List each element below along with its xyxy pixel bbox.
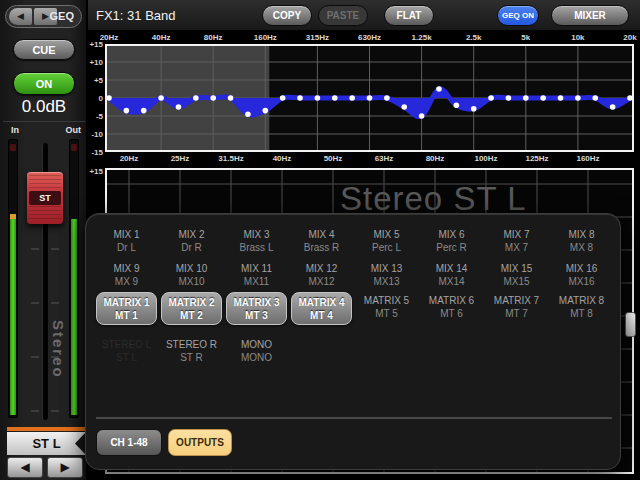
channel-select-matrix-7[interactable]: MATRIX 7MT 7 — [484, 294, 549, 324]
channel-select-tag: MT 3 — [227, 309, 286, 322]
channel-select-tag: Perc R — [419, 241, 484, 254]
freq-tick-label: 40Hz — [152, 33, 171, 42]
channel-select-mix-11[interactable]: MIX 11MX11 — [224, 262, 289, 292]
zoom-tick-label: 25Hz — [171, 154, 190, 163]
fader-cap-label: ST — [29, 191, 61, 205]
geq-title: FX1: 31 Band — [96, 8, 176, 23]
channel-select-mix-4[interactable]: MIX 4Brass R — [289, 228, 354, 258]
channel-select-mix-6[interactable]: MIX 6Perc R — [419, 228, 484, 258]
band-fader-cap[interactable] — [625, 312, 636, 337]
channel-select-matrix-3[interactable]: MATRIX 3MT 3 — [226, 292, 287, 325]
channel-select-mix-7[interactable]: MIX 7MX 7 — [484, 228, 549, 258]
fader-scale-tick — [51, 248, 59, 250]
fader-scale-tick — [31, 302, 39, 304]
freq-tick-label: 20k — [623, 33, 636, 42]
channel-select-tag: MX14 — [419, 275, 484, 288]
clip-led-icon — [71, 144, 77, 151]
fader-scale-tick — [31, 248, 39, 250]
fader-scale-tick — [51, 302, 59, 304]
channel-strip-sidebar: ◀ ▶ GEQ CUE ON 0.0dB In Out ST — [0, 0, 88, 480]
channel-select-name: MIX 4 — [289, 228, 354, 241]
channel-select-mix-14[interactable]: MIX 14MX14 — [419, 262, 484, 292]
freq-tick-label: 10k — [571, 33, 584, 42]
channel-select-tag: MX16 — [549, 275, 614, 288]
channel-select-matrix-1[interactable]: MATRIX 1MT 1 — [96, 292, 157, 325]
on-button[interactable]: ON — [13, 72, 75, 95]
channel-select-tag: MX 7 — [484, 241, 549, 254]
freq-tick-label: 2.5k — [466, 33, 482, 42]
channel-select-mix-13[interactable]: MIX 13MX13 — [354, 262, 419, 292]
tab-ch-1-48[interactable]: CH 1-48 — [96, 429, 162, 456]
channel-select-tag: MX13 — [354, 275, 419, 288]
channel-select-mix-10[interactable]: MIX 10MX10 — [159, 262, 224, 292]
zoom-gain-top-label: +15 — [86, 167, 103, 176]
zoom-tick-label: 31.5Hz — [218, 154, 243, 163]
channel-select-matrix-6[interactable]: MATRIX 6MT 6 — [419, 294, 484, 324]
channel-select-name: MIX 11 — [224, 262, 289, 275]
channel-select-mix-1[interactable]: MIX 1Dr L — [94, 228, 159, 258]
clip-led-icon — [10, 144, 16, 151]
zoom-tick-label: 160Hz — [576, 154, 599, 163]
channel-fader-cap[interactable]: ST — [27, 172, 63, 224]
channel-select-matrix-2[interactable]: MATRIX 2MT 2 — [161, 292, 222, 325]
channel-select-name: STEREO R — [159, 338, 224, 351]
channel-select-matrix-4[interactable]: MATRIX 4MT 4 — [291, 292, 352, 325]
channel-select-tag: MX12 — [289, 275, 354, 288]
gain-tick-label: +5 — [79, 76, 103, 85]
gain-tick-label: +15 — [79, 40, 103, 49]
channel-select-mono[interactable]: MONOMONO — [224, 338, 289, 368]
channel-select-mix-3[interactable]: MIX 3Brass L — [224, 228, 289, 258]
channel-select-name: MIX 13 — [354, 262, 419, 275]
nav-prev-arrow-icon[interactable]: ◀ — [9, 8, 32, 25]
freq-tick-label: 80Hz — [204, 33, 223, 42]
cue-button[interactable]: CUE — [13, 39, 75, 60]
channel-select-tag: MT 7 — [484, 307, 549, 320]
channel-select-mix-9[interactable]: MIX 9MX 9 — [94, 262, 159, 292]
channel-select-tag: Dr L — [94, 241, 159, 254]
tab-outputs[interactable]: OUTPUTS — [168, 429, 232, 456]
prev-channel-button[interactable]: ◀ — [7, 457, 43, 478]
geq-on-button[interactable]: GEQ ON — [497, 5, 539, 26]
mixer-button[interactable]: MIXER — [551, 5, 629, 26]
channel-select-name: MIX 5 — [354, 228, 419, 241]
zoom-tick-label: 63Hz — [375, 154, 394, 163]
geq-overview-graph[interactable] — [105, 44, 634, 156]
channel-select-stereo-l[interactable]: STEREO LST L — [94, 338, 159, 368]
channel-select-tag: MT 4 — [292, 309, 351, 322]
channel-select-name: MIX 16 — [549, 262, 614, 275]
gain-tick-label: -15 — [79, 148, 103, 157]
copy-button[interactable]: COPY — [262, 5, 312, 26]
geq-editor-screen: ◀ ▶ GEQ CUE ON 0.0dB In Out ST — [0, 0, 640, 480]
channel-select-tag: Perc L — [354, 241, 419, 254]
channel-select-tag: MX15 — [484, 275, 549, 288]
geq-nav-control: ◀ ▶ GEQ — [5, 5, 82, 28]
channel-select-tag: Brass L — [224, 241, 289, 254]
fader-cap-ridges — [29, 175, 61, 190]
channel-select-mix-15[interactable]: MIX 15MX15 — [484, 262, 549, 292]
fader-scale-tick — [31, 356, 39, 358]
next-channel-button[interactable]: ▶ — [47, 457, 83, 478]
channel-select-name: MATRIX 2 — [162, 296, 221, 309]
channel-select-name: MATRIX 1 — [97, 296, 156, 309]
channel-select-matrix-8[interactable]: MATRIX 8MT 8 — [549, 294, 614, 324]
channel-select-mix-12[interactable]: MIX 12MX12 — [289, 262, 354, 292]
channel-select-stereo-r[interactable]: STEREO RST R — [159, 338, 224, 368]
channel-select-mix-5[interactable]: MIX 5Perc L — [354, 228, 419, 258]
flat-button[interactable]: FLAT — [384, 5, 434, 26]
channel-select-matrix-5[interactable]: MATRIX 5MT 5 — [354, 294, 419, 324]
freq-tick-label: 315Hz — [306, 33, 329, 42]
channel-select-tag: MT 2 — [162, 309, 221, 322]
channel-select-mix-16[interactable]: MIX 16MX16 — [549, 262, 614, 292]
channel-select-name: MIX 8 — [549, 228, 614, 241]
paste-button[interactable]: PASTE — [318, 5, 368, 26]
channel-name-tag[interactable]: ST L — [7, 432, 86, 455]
channel-select-name: STEREO L — [94, 338, 159, 351]
channel-select-mix-8[interactable]: MIX 8MX 8 — [549, 228, 614, 258]
zoom-tick-label: 50Hz — [324, 154, 343, 163]
zoom-tick-label: 100Hz — [474, 154, 497, 163]
channel-select-name: MATRIX 5 — [354, 294, 419, 307]
channel-select-mix-2[interactable]: MIX 2Dr R — [159, 228, 224, 258]
geq-mode-label[interactable]: GEQ — [50, 6, 74, 27]
zoom-tick-label: 80Hz — [426, 154, 445, 163]
fader-scale-tick — [31, 410, 39, 412]
